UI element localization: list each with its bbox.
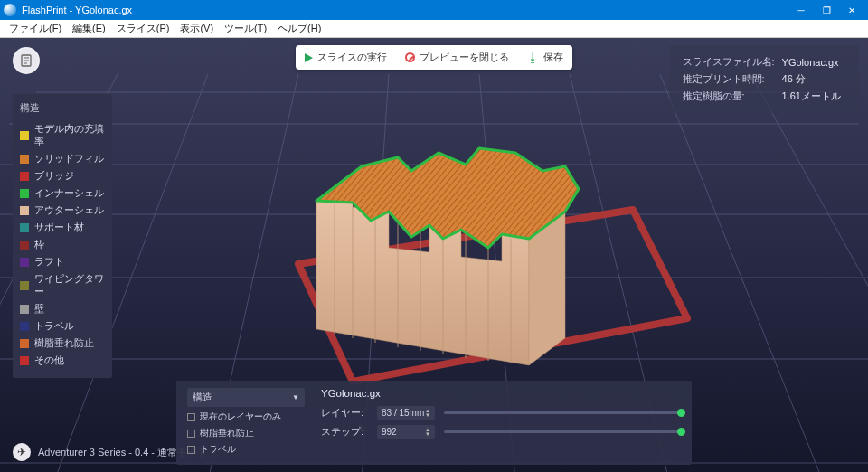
stepper-icon[interactable]: ▲▼ bbox=[425, 428, 430, 437]
close-preview-button[interactable]: プレビューを閉じる bbox=[405, 51, 509, 64]
legend-label: 壁 bbox=[34, 303, 44, 316]
legend-label: ワイピングタワー bbox=[34, 273, 105, 298]
close-button[interactable]: ✕ bbox=[839, 0, 864, 20]
menu-edit[interactable]: 編集(E) bbox=[67, 22, 111, 35]
legend-item[interactable]: 樹脂垂れ防止 bbox=[20, 335, 105, 352]
legend-title: 構造 bbox=[20, 101, 105, 115]
layer-slider[interactable] bbox=[444, 411, 681, 414]
legend-label: その他 bbox=[34, 354, 64, 367]
legend-swatch bbox=[20, 281, 29, 290]
info-time-value: 46 分 bbox=[782, 71, 846, 87]
legend-label: インナーシェル bbox=[34, 187, 104, 200]
chk-ooze-shield[interactable]: 樹脂垂れ防止 bbox=[187, 427, 305, 439]
legend-item[interactable]: ソリッドフィル bbox=[20, 150, 105, 167]
slice-info-panel: スライスファイル名:YGolonac.gx 推定プリント時間:46 分 推定樹脂… bbox=[670, 45, 859, 113]
legend-item[interactable]: トラベル bbox=[20, 317, 105, 335]
legend-swatch bbox=[20, 131, 29, 140]
step-slider[interactable] bbox=[444, 430, 681, 433]
legend-panel: 構造 モデル内の充填率ソリッドフィルブリッジインナーシェルアウターシェルサポート… bbox=[13, 94, 112, 378]
legend-label: サポート材 bbox=[34, 222, 84, 234]
slider-thumb[interactable] bbox=[677, 409, 685, 417]
menu-file[interactable]: ファイル(F) bbox=[4, 22, 67, 35]
printer-icon[interactable]: ✈ bbox=[13, 443, 31, 461]
app-icon bbox=[4, 4, 16, 16]
window-controls: ─ ❐ ✕ bbox=[788, 0, 864, 20]
layer-view-icon[interactable] bbox=[13, 47, 40, 74]
legend-swatch bbox=[20, 206, 29, 215]
menu-tool[interactable]: ツール(T) bbox=[219, 22, 272, 35]
legend-swatch bbox=[20, 172, 29, 181]
layer-control-panel: 構造 ▼ 現在のレイヤーのみ 樹脂垂れ防止 トラベル YGolonac.gx レ… bbox=[176, 381, 692, 465]
legend-item[interactable]: その他 bbox=[20, 352, 105, 369]
legend-item[interactable]: インナーシェル bbox=[20, 184, 105, 202]
title-bar: FlashPrint - YGolonac.gx ─ ❐ ✕ bbox=[0, 0, 868, 20]
execute-slice-label: スライスの実行 bbox=[317, 51, 387, 64]
legend-swatch bbox=[20, 339, 29, 348]
legend-swatch bbox=[20, 322, 29, 331]
legend-item[interactable]: ブリッジ bbox=[20, 167, 105, 184]
info-material-label: 推定樹脂の量: bbox=[683, 89, 780, 104]
legend-swatch bbox=[20, 223, 29, 232]
viewport-3d[interactable]: スライスの実行 プレビューを閉じる ⭳ 保存 スライスファイル名:YGolona… bbox=[0, 38, 868, 472]
legend-item[interactable]: 壁 bbox=[20, 300, 105, 317]
menu-view[interactable]: 表示(V) bbox=[175, 22, 219, 35]
legend-swatch bbox=[20, 155, 29, 164]
save-button[interactable]: ⭳ 保存 bbox=[527, 51, 563, 64]
slider-thumb[interactable] bbox=[677, 428, 685, 436]
legend-label: 樹脂垂れ防止 bbox=[34, 337, 94, 350]
display-mode-select[interactable]: 構造 ▼ bbox=[187, 388, 305, 407]
legend-label: ラフト bbox=[34, 256, 64, 269]
svg-line-14 bbox=[750, 74, 868, 472]
legend-swatch bbox=[20, 241, 29, 250]
info-time-label: 推定プリント時間: bbox=[683, 71, 780, 87]
layer-value-input[interactable]: 83 / 15mm▲▼ bbox=[377, 406, 435, 420]
legend-item[interactable]: モデル内の充填率 bbox=[20, 120, 105, 150]
legend-swatch bbox=[20, 356, 29, 365]
legend-label: アウターシェル bbox=[34, 204, 104, 217]
step-value-input[interactable]: 992▲▼ bbox=[377, 425, 435, 439]
prohibit-icon bbox=[405, 52, 415, 62]
step-slider-label: ステップ: bbox=[321, 425, 368, 439]
legend-item[interactable]: ラフト bbox=[20, 253, 105, 270]
display-mode-value: 構造 bbox=[193, 391, 212, 404]
minimize-button[interactable]: ─ bbox=[788, 0, 814, 20]
stepper-icon[interactable]: ▲▼ bbox=[425, 409, 430, 418]
execute-slice-button[interactable]: スライスの実行 bbox=[305, 51, 387, 64]
legend-label: ソリッドフィル bbox=[34, 153, 104, 165]
legend-label: ブリッジ bbox=[34, 170, 74, 183]
menu-bar: ファイル(F) 編集(E) スライス(P) 表示(V) ツール(T) ヘルプ(H… bbox=[0, 20, 868, 38]
play-icon bbox=[305, 53, 313, 62]
model-preview bbox=[253, 103, 615, 374]
save-label: 保存 bbox=[543, 51, 563, 64]
legend-swatch bbox=[20, 189, 29, 198]
legend-item[interactable]: サポート材 bbox=[20, 219, 105, 236]
legend-label: モデル内の充填率 bbox=[34, 123, 105, 148]
legend-item[interactable]: アウターシェル bbox=[20, 202, 105, 219]
chevron-down-icon: ▼ bbox=[292, 393, 299, 401]
bottom-filename: YGolonac.gx bbox=[321, 388, 681, 401]
legend-label: トラベル bbox=[34, 320, 74, 333]
info-file-value: YGolonac.gx bbox=[782, 54, 846, 70]
window-title: FlashPrint - YGolonac.gx bbox=[22, 5, 788, 15]
chk-travel[interactable]: トラベル bbox=[187, 443, 305, 456]
menu-help[interactable]: ヘルプ(H) bbox=[272, 22, 326, 35]
chk-current-layer[interactable]: 現在のレイヤーのみ bbox=[187, 411, 305, 423]
maximize-button[interactable]: ❐ bbox=[814, 0, 839, 20]
legend-swatch bbox=[20, 258, 29, 267]
layer-slider-label: レイヤー: bbox=[321, 406, 368, 420]
legend-label: 枠 bbox=[34, 239, 44, 251]
document-icon bbox=[19, 53, 33, 68]
info-material-value: 1.61メートル bbox=[782, 89, 846, 104]
download-icon: ⭳ bbox=[527, 52, 539, 63]
close-preview-label: プレビューを閉じる bbox=[420, 51, 509, 64]
menu-slice[interactable]: スライス(P) bbox=[111, 22, 175, 35]
legend-item[interactable]: ワイピングタワー bbox=[20, 270, 105, 300]
legend-item[interactable]: 枠 bbox=[20, 236, 105, 253]
legend-swatch bbox=[20, 305, 29, 314]
preview-toolbar: スライスの実行 プレビューを閉じる ⭳ 保存 bbox=[296, 45, 572, 70]
info-file-label: スライスファイル名: bbox=[683, 54, 780, 70]
